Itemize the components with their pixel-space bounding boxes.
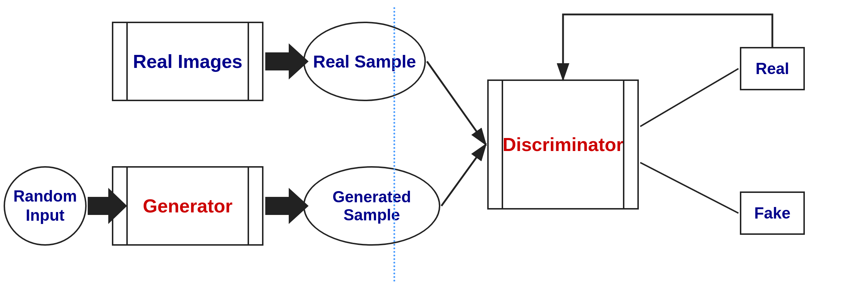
svg-line-6 <box>441 144 486 206</box>
svg-line-8 <box>640 163 738 213</box>
generator-box: Generator <box>112 166 263 246</box>
real-output-label: Real <box>756 60 789 78</box>
fake-output-label: Fake <box>754 204 790 222</box>
random-input-label: RandomInput <box>13 187 77 225</box>
svg-line-7 <box>640 69 738 126</box>
generated-sample-ellipse: Generated Sample <box>303 166 440 246</box>
generator-label: Generator <box>143 195 233 217</box>
arrow-real-images-to-real-sample <box>265 43 309 79</box>
real-sample-label: Real Sample <box>313 52 416 72</box>
discriminator-label: Discriminator <box>502 134 623 155</box>
svg-marker-2 <box>265 43 309 79</box>
generated-sample-label: Generated Sample <box>305 188 439 224</box>
real-images-label: Real Images <box>133 51 243 72</box>
diagram: Real Images Generator Real Sample Genera… <box>0 0 868 289</box>
real-sample-ellipse: Real Sample <box>303 22 426 101</box>
real-images-box: Real Images <box>112 22 263 101</box>
separator-line <box>393 7 395 282</box>
arrow-generator-to-generated-sample <box>265 188 309 224</box>
svg-line-5 <box>427 61 486 144</box>
svg-marker-4 <box>265 188 309 224</box>
discriminator-box: Discriminator <box>487 79 639 210</box>
fake-output-box: Fake <box>740 191 805 235</box>
random-input-ellipse: RandomInput <box>4 166 87 246</box>
real-output-box: Real <box>740 47 805 90</box>
